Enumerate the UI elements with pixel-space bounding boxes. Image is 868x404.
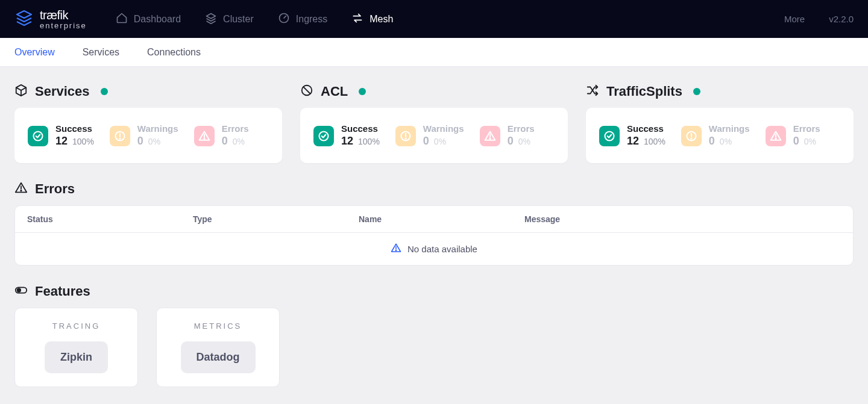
brand-name: træfik (40, 9, 87, 21)
errors-label: Errors (508, 123, 535, 134)
page-content: Services Success 12 100% (0, 67, 868, 404)
nav-cluster[interactable]: Cluster (205, 12, 254, 26)
success-pct: 100% (644, 137, 665, 146)
alert-circle-icon (395, 126, 416, 146)
features-header: Features (14, 284, 854, 299)
acl-header: ACL (300, 84, 568, 99)
errors-pct: 0% (233, 137, 245, 146)
services-column: Services Success 12 100% (14, 84, 282, 163)
nav-ingress[interactable]: Ingress (278, 12, 327, 26)
success-label: Success (341, 123, 380, 134)
nav-cluster-label: Cluster (223, 14, 254, 25)
warnings-label: Warnings (137, 123, 178, 134)
sub-nav: Overview Services Connections (0, 38, 868, 67)
alert-triangle-icon (194, 126, 215, 146)
svg-point-9 (489, 138, 490, 139)
subnav-connections[interactable]: Connections (147, 47, 201, 58)
services-header: Services (14, 84, 282, 99)
services-title: Services (35, 84, 90, 99)
info-triangle-icon (391, 243, 401, 255)
gauge-icon (278, 12, 290, 26)
shuffle-icon (586, 84, 599, 99)
success-pct: 100% (358, 137, 380, 146)
svg-point-12 (691, 138, 691, 139)
col-status: Status (27, 214, 193, 224)
no-data-text: No data available (407, 244, 477, 254)
warnings-label: Warnings (709, 123, 750, 134)
alert-circle-icon (110, 126, 130, 146)
trafficsplits-header: TrafficSplits (586, 84, 854, 99)
no-data-row: No data available (15, 232, 853, 265)
errors-section-header: Errors (14, 181, 854, 197)
warnings-pct: 0% (720, 137, 732, 146)
check-circle-icon (599, 126, 620, 146)
svg-point-8 (405, 138, 406, 139)
trafficsplits-card: Success 12 100% Warnings 0 0% (586, 108, 854, 163)
trafficsplits-title: TrafficSplits (606, 84, 682, 99)
services-card: Success 12 100% Warnings 0 0% (14, 108, 282, 163)
features-row: TRACING Zipkin METRICS Datadog (14, 308, 854, 387)
services-warnings: Warnings 0 0% (110, 123, 178, 148)
nav-dashboard[interactable]: Dashboard (116, 12, 181, 26)
warnings-count: 0 (709, 135, 715, 148)
warnings-label: Warnings (423, 123, 464, 134)
errors-count: 0 (508, 135, 514, 148)
check-circle-icon (313, 126, 334, 146)
nav-more[interactable]: More (784, 14, 805, 24)
top-nav: træfik enterprise Dashboard Cluster Ingr… (0, 0, 868, 38)
success-pct: 100% (72, 137, 94, 146)
topbar-right: More v2.2.0 (784, 14, 854, 24)
warnings-pct: 0% (148, 137, 160, 146)
version-label: v2.2.0 (829, 14, 854, 24)
success-count: 12 (627, 135, 639, 148)
home-icon (116, 12, 128, 26)
errors-count: 0 (222, 135, 228, 148)
acl-title: ACL (321, 84, 348, 99)
col-name: Name (359, 214, 524, 224)
errors-label: Errors (793, 123, 820, 134)
svg-point-3 (119, 138, 120, 139)
col-type: Type (193, 214, 359, 224)
status-dot-icon (359, 88, 366, 95)
status-row: Services Success 12 100% (14, 84, 854, 163)
brand-sub: enterprise (40, 22, 87, 30)
layers-icon (205, 12, 217, 26)
subnav-overview[interactable]: Overview (14, 47, 55, 58)
feature-tracing-value: Zipkin (45, 341, 108, 373)
trafficsplits-errors: Errors 0 0% (766, 123, 820, 148)
acl-card: Success 12 100% Warnings 0 0% (300, 108, 568, 163)
trafficsplits-warnings: Warnings 0 0% (681, 123, 750, 148)
services-success: Success 12 100% (28, 123, 94, 148)
svg-point-17 (17, 288, 20, 292)
warnings-count: 0 (423, 135, 429, 148)
errors-table-header: Status Type Name Message (15, 206, 853, 232)
warnings-pct: 0% (434, 137, 446, 146)
status-dot-icon (693, 88, 700, 95)
svg-point-13 (775, 138, 776, 139)
success-label: Success (55, 123, 94, 134)
trafficsplits-success: Success 12 100% (599, 123, 665, 148)
errors-count: 0 (793, 135, 799, 148)
nav-mesh[interactable]: Mesh (351, 12, 393, 26)
errors-table: Status Type Name Message No data availab… (14, 205, 854, 266)
success-label: Success (627, 123, 665, 134)
errors-pct: 0% (804, 137, 816, 146)
errors-title: Errors (35, 181, 75, 197)
logo-icon (14, 8, 34, 30)
shield-icon (300, 84, 313, 99)
cube-icon (14, 84, 28, 99)
subnav-services[interactable]: Services (83, 47, 119, 58)
features-title: Features (35, 284, 90, 299)
svg-point-4 (204, 138, 204, 139)
svg-point-14 (20, 190, 21, 191)
acl-warnings: Warnings 0 0% (395, 123, 464, 148)
nav-items: Dashboard Cluster Ingress Mesh (116, 12, 394, 26)
acl-column: ACL Success 12 100% (300, 84, 568, 163)
errors-pct: 0% (518, 137, 530, 146)
trafficsplits-column: TrafficSplits Success 12 100% (586, 84, 854, 163)
nav-ingress-label: Ingress (296, 14, 327, 25)
feature-metrics-value: Datadog (181, 341, 256, 373)
alert-triangle-icon (480, 126, 500, 146)
features-section: Features TRACING Zipkin METRICS Datadog (14, 284, 854, 387)
logo[interactable]: træfik enterprise (14, 8, 87, 30)
